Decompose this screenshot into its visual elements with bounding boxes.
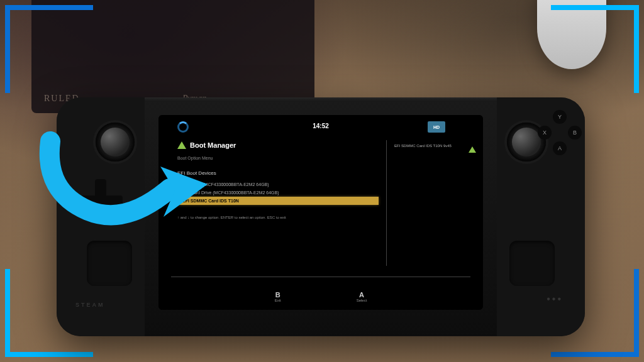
boot-manager-title-text: Boot Manager	[190, 141, 236, 149]
boot-item-steamos[interactable]: SteamOS (MCF4330000BBTA-E2M2 64GB)	[177, 180, 379, 189]
menu-dots-icon[interactable]: •••	[547, 293, 563, 305]
right-trackpad[interactable]	[509, 241, 555, 286]
boot-manager-title: Boot Manager	[177, 141, 236, 149]
x-button[interactable]: X	[538, 126, 552, 140]
horizontal-divider	[171, 277, 470, 277]
exit-hint: B Exit	[275, 291, 281, 302]
detail-text: EFI SDMMC Card IDS T10N 9v45	[394, 144, 452, 148]
loading-spinner-icon	[177, 121, 189, 133]
a-button[interactable]: A	[553, 141, 567, 155]
detail-panel: EFI SDMMC Card IDS T10N 9v45	[394, 144, 476, 153]
dpad[interactable]	[79, 179, 123, 223]
left-trackpad[interactable]	[87, 241, 132, 286]
steam-label: STEAM	[75, 302, 105, 308]
y-button[interactable]: Y	[553, 110, 567, 124]
boot-device-list: SteamOS (MCF4330000BBTA-E2M2 64GB) EFI H…	[177, 180, 379, 205]
boot-item-efi-hd[interactable]: EFI Hard Drive (MCF4330000BBTA-E2M2 64GB…	[177, 189, 379, 197]
background-books: RULED Ryman	[31, 0, 314, 113]
exit-label: Exit	[275, 299, 281, 302]
warning-icon	[177, 141, 186, 149]
screen: 14:52 HD Boot Manager Boot Option Menu E…	[158, 115, 483, 310]
help-text: ↑ and ↓ to change option. ENTER to selec…	[177, 216, 286, 219]
boot-subtitle: Boot Option Menu	[177, 156, 213, 160]
section-label: EFI Boot Devices	[177, 170, 216, 176]
brand-logo: HD	[428, 121, 445, 133]
select-hint: A Select	[357, 291, 367, 302]
select-key: A	[357, 291, 367, 299]
status-bar: 14:52 HD	[158, 120, 483, 135]
detail-warning-icon	[469, 146, 476, 153]
exit-key: B	[275, 291, 281, 299]
b-button[interactable]: B	[568, 126, 582, 140]
bottom-button-hints: B Exit A Select	[158, 291, 483, 302]
face-buttons: Y X B A	[544, 110, 575, 160]
vertical-divider	[386, 140, 387, 266]
steam-deck-device: Y X B A STEAM ••• 14:52 HD Boot Manager …	[57, 97, 585, 336]
left-thumbstick[interactable]	[96, 123, 135, 162]
boot-item-sdmmc[interactable]: EFI SDMMC Card IDS T10N	[177, 197, 379, 205]
select-label: Select	[357, 299, 367, 302]
clock: 14:52	[313, 123, 329, 129]
